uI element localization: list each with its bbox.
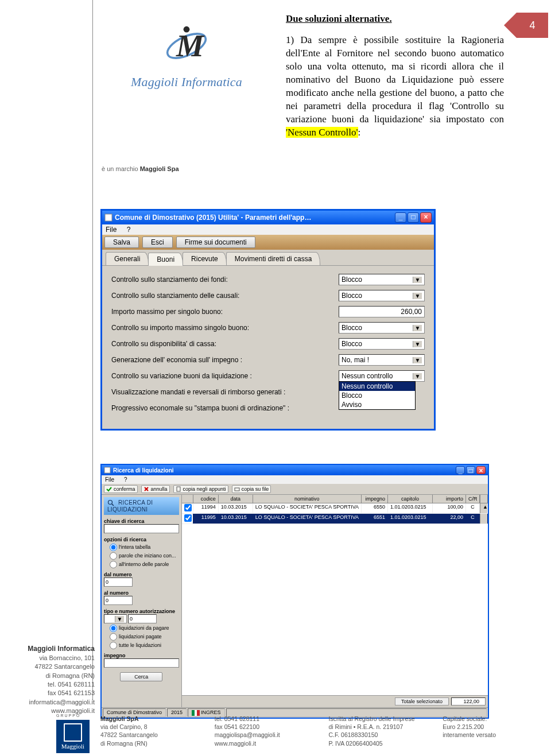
address-block: Maggioli Informatica via Bornaccino, 101… [17, 644, 95, 716]
row-check[interactable] [182, 503, 193, 513]
col-codice[interactable]: codice [193, 495, 219, 503]
window-title: Ricerca di liquidazioni [113, 467, 174, 474]
salva-button[interactable]: Salva [104, 237, 139, 248]
chevron-down-icon: ▼ [115, 616, 124, 622]
conferma-button[interactable]: conferma [104, 485, 138, 493]
cell-impegno: 6551 [362, 514, 388, 524]
cell-capitolo: 1.01.0203.0215 [388, 503, 433, 513]
chevron-down-icon: ▼ [413, 341, 422, 347]
label-chiave: chiave di ricerca [104, 518, 179, 524]
close-button[interactable]: × [420, 212, 432, 223]
option-blocco[interactable]: Blocco [339, 391, 415, 400]
addr-line: fax 0541 621153 [17, 689, 95, 697]
radio-input[interactable] [110, 642, 117, 649]
col-cr[interactable]: C/R [466, 495, 480, 503]
combo-ctrl-importo[interactable]: Blocco▼ [339, 322, 425, 334]
tab-movimenti[interactable]: Movimenti diretti di cassa [226, 252, 321, 265]
firme-button[interactable]: Firme sui documenti [176, 237, 255, 248]
input-impegno[interactable] [104, 658, 179, 668]
input-chiave[interactable] [104, 524, 179, 533]
cell-codice: 11994 [193, 503, 219, 513]
copia-appunti-button[interactable]: copia negli appunti [173, 485, 228, 493]
col-data[interactable]: data [219, 495, 253, 503]
table-row[interactable]: 11995 10.03.2015 LO SQUALO - SOCIETA' PE… [182, 514, 488, 524]
body-before: 1) Da sempre è possibile sostituire la R… [286, 34, 504, 125]
radio-input[interactable] [110, 552, 117, 560]
maximize-button[interactable]: □ [466, 466, 475, 474]
radio-tutte[interactable]: tutte le liquidazioni [110, 642, 179, 649]
radio-input[interactable] [110, 625, 117, 632]
radio-intera[interactable]: l'intera tabella [110, 544, 179, 551]
menu-help[interactable]: ? [124, 476, 127, 483]
col-importo[interactable]: importo [433, 495, 466, 503]
combo-tipo[interactable]: ▼ [104, 614, 127, 623]
minimize-button[interactable]: _ [395, 212, 406, 223]
titlebar[interactable]: Ricerca di liquidazioni _ □ × [102, 465, 488, 475]
combo-var-buoni[interactable]: Nessun controllo▼ [339, 370, 425, 382]
scrollbar-head [480, 495, 488, 503]
radio-iniziano[interactable]: parole che iniziano con... [110, 552, 179, 560]
input-al[interactable] [104, 596, 133, 605]
maximize-button[interactable]: □ [408, 212, 419, 223]
scrollbar[interactable] [480, 514, 488, 524]
radio-label: liquidazioni pagate [119, 634, 162, 639]
total-value: 122,00 [451, 697, 486, 705]
row-check[interactable] [182, 514, 193, 524]
checkbox[interactable] [184, 514, 192, 522]
input-dal[interactable] [104, 577, 133, 587]
cell-cr: C [466, 503, 480, 513]
annulla-button[interactable]: annulla [141, 485, 170, 493]
tab-buoni[interactable]: Buoni [148, 253, 183, 266]
radio-label: l'intera tabella [119, 544, 150, 550]
cerca-button[interactable]: Cerca [120, 672, 162, 681]
table-row[interactable]: 11994 10.03.2015 LO SQUALO - SOCIETA' PE… [182, 503, 488, 514]
toolbar: Salva Esci Firme sui documenti [102, 235, 434, 250]
esci-button[interactable]: Esci [142, 237, 173, 248]
radio-input[interactable] [110, 561, 117, 568]
label: annulla [151, 486, 168, 492]
radio-input[interactable] [110, 544, 117, 551]
option-avviso[interactable]: Avviso [339, 400, 415, 409]
footer-line: di Romagna (RN) [100, 740, 148, 747]
row-var-buoni: Controllo su variazione buoni da liquida… [111, 368, 425, 384]
tab-ricevute[interactable]: Ricevute [183, 252, 227, 265]
combo-stanz-causali[interactable]: Blocco▼ [339, 290, 425, 301]
scrollbar[interactable]: ▲ [480, 503, 488, 513]
combo-gen-economia[interactable]: No, mai !▼ [339, 354, 425, 366]
page-number-text: 4 [529, 20, 535, 32]
minimize-button[interactable]: _ [456, 466, 465, 474]
radio-interno[interactable]: all'interno delle parole [110, 561, 179, 568]
input-num-auth[interactable] [128, 614, 157, 623]
svg-rect-5 [177, 487, 180, 491]
tab-generali[interactable]: Generali [106, 252, 149, 265]
col-nominativo[interactable]: nominativo [253, 495, 362, 503]
row-stanz-fondi: Controllo sullo stanziamento dei fondi: … [111, 272, 425, 288]
radio-label: liquidazioni da pagare [119, 625, 169, 631]
col-impegno[interactable]: impegno [362, 495, 388, 503]
radio-pagate[interactable]: liquidazioni pagate [110, 633, 179, 641]
search-panel: RICERCA DI LIQUIDAZIONI chiave di ricerc… [102, 495, 182, 707]
svg-rect-6 [235, 488, 239, 491]
menu-help[interactable]: ? [127, 226, 131, 234]
menu-file[interactable]: File [105, 476, 114, 483]
menubar: File ? [102, 475, 488, 484]
svg-rect-3 [105, 214, 112, 221]
menu-file[interactable]: File [106, 226, 117, 234]
addr-line: via Bornaccino, 101 [17, 654, 95, 662]
radio-input[interactable] [110, 633, 117, 641]
combo-disp-cassa[interactable]: Blocco▼ [339, 338, 425, 350]
input-importo-max[interactable] [339, 306, 425, 317]
col-capitolo[interactable]: capitolo [388, 495, 433, 503]
combo-stanz-fondi[interactable]: Blocco▼ [339, 274, 425, 285]
copia-file-button[interactable]: copia su file [232, 485, 271, 493]
radio-da-pagare[interactable]: liquidazioni da pagare [110, 625, 179, 632]
close-button[interactable]: × [476, 466, 486, 474]
checkbox[interactable] [184, 504, 192, 511]
trademark-pre: è un marchio [102, 165, 140, 172]
row-disp-cassa: Controllo su disponibilita' di cassa: Bl… [111, 336, 425, 352]
search-heading: RICERCA DI LIQUIDAZIONI [104, 497, 179, 515]
titlebar[interactable]: Comune di Dimostrativo (2015) Utilita' -… [102, 211, 434, 224]
row-importo-max: Importo massimo per singolo buono: [111, 304, 425, 320]
footer-line: Euro 2.215.200 [443, 723, 484, 730]
option-nessun[interactable]: Nessun controllo [339, 382, 415, 391]
